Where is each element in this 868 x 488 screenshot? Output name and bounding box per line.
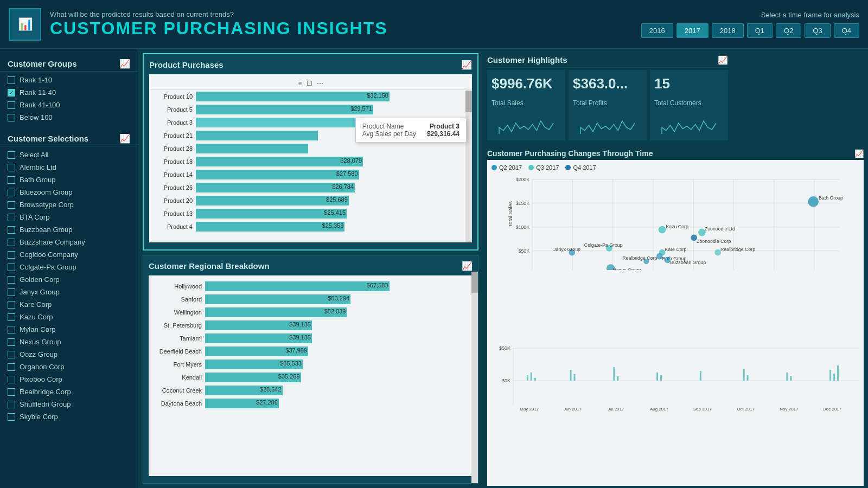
selection-checkbox[interactable] xyxy=(8,388,15,396)
sidebar-selection-item[interactable]: Kazu Corp xyxy=(0,311,138,323)
sidebar-selection-item[interactable]: Buzzshare Company xyxy=(0,236,138,248)
highlight-value: $996.76K xyxy=(492,75,553,92)
sidebar-selection-item[interactable]: Mylan Corp xyxy=(0,323,138,336)
selection-checkbox[interactable] xyxy=(8,201,15,209)
sidebar-selection-item[interactable]: Golden Corp xyxy=(0,273,138,286)
svg-rect-75 xyxy=(743,369,745,381)
bar-track: $25,415 xyxy=(196,209,468,219)
regional-bar-value: $53,294 xyxy=(328,295,349,301)
bar-value: $32,150 xyxy=(367,92,388,99)
svg-text:$200K: $200K xyxy=(516,177,530,182)
regional-scrollbar[interactable] xyxy=(471,275,473,476)
top-row: Product Purchases 📈 ≡ ☐ ⋯ Product 10$32,… xyxy=(138,49,868,255)
svg-point-28 xyxy=(808,196,819,207)
bar-fill: $25,359 xyxy=(196,222,344,232)
sparkline-svg xyxy=(654,113,724,135)
selection-checkbox[interactable] xyxy=(8,164,15,171)
bar-track: $27,580 xyxy=(196,170,468,179)
group-checkbox[interactable] xyxy=(8,101,15,109)
time-btn-q1[interactable]: Q1 xyxy=(747,23,773,38)
highlight-label: Total Sales xyxy=(492,99,524,107)
sidebar-selection-item[interactable]: Bluezoom Group xyxy=(0,186,138,198)
selection-label: Pixoboo Corp xyxy=(20,375,62,383)
selection-checkbox[interactable] xyxy=(8,264,15,271)
selection-checkbox[interactable] xyxy=(8,276,15,284)
group-checkbox[interactable] xyxy=(8,89,15,97)
sidebar-selection-item[interactable]: BTA Corp xyxy=(0,211,138,223)
time-btn-2016[interactable]: 2016 xyxy=(641,23,673,38)
selection-checkbox[interactable] xyxy=(8,326,15,333)
selection-checkbox[interactable] xyxy=(8,151,15,159)
selection-checkbox[interactable] xyxy=(8,214,15,221)
sidebar-selection-item[interactable]: Alembic Ltd xyxy=(0,161,138,174)
group-label: Rank 1-10 xyxy=(20,76,52,84)
logo-icon: 📊 xyxy=(9,8,41,41)
changes-icon: 📈 xyxy=(854,149,864,158)
legend-label: Q2 2017 xyxy=(499,164,522,171)
sidebar-selection-item[interactable]: Oozz Group xyxy=(0,348,138,361)
selection-checkbox[interactable] xyxy=(8,376,15,383)
highlight-label: Total Customers xyxy=(654,99,701,107)
sidebar-group-item[interactable]: Rank 1-10 xyxy=(0,74,138,86)
selection-checkbox[interactable] xyxy=(8,176,15,184)
selection-checkbox[interactable] xyxy=(8,351,15,358)
selection-label: Realbridge Corp xyxy=(20,388,71,396)
selection-checkbox[interactable] xyxy=(8,239,15,246)
bar-fill: $29,571 xyxy=(196,105,373,114)
sidebar-selection-item[interactable]: Janyx Group xyxy=(0,286,138,298)
bar-track: $26,784 xyxy=(196,183,468,192)
selection-checkbox[interactable] xyxy=(8,338,15,346)
selection-checkbox[interactable] xyxy=(8,301,15,309)
sidebar-group-item[interactable]: Rank 11-40 xyxy=(0,86,138,99)
time-btn-q2[interactable]: Q2 xyxy=(776,23,801,38)
sidebar-group-item[interactable]: Below 100 xyxy=(0,111,138,124)
header-left: 📊 What will be the predicted results bas… xyxy=(9,8,388,41)
sidebar-selection-item[interactable]: Colgate-Pa Group xyxy=(0,261,138,273)
time-btn-q3[interactable]: Q3 xyxy=(805,23,830,38)
time-btn-q4[interactable]: Q4 xyxy=(834,23,859,38)
svg-text:May 2017: May 2017 xyxy=(520,407,539,412)
svg-rect-68 xyxy=(570,370,572,381)
regional-bar-fill: $52,039 xyxy=(205,307,347,317)
time-btn-2018[interactable]: 2018 xyxy=(712,23,744,38)
bar-value: $29,571 xyxy=(350,105,372,112)
sidebar-group-item[interactable]: Rank 41-100 xyxy=(0,99,138,111)
selection-checkbox[interactable] xyxy=(8,226,15,234)
bar-value: $26,784 xyxy=(332,183,354,190)
sidebar-selection-item[interactable]: Pixoboo Corp xyxy=(0,373,138,386)
bar-row: Product 28 xyxy=(149,142,472,155)
sidebar-selection-item[interactable]: Cogidoo Company xyxy=(0,248,138,261)
selection-checkbox[interactable] xyxy=(8,313,15,321)
sidebar-selection-item[interactable]: Realbridge Corp xyxy=(0,386,138,398)
group-checkbox[interactable] xyxy=(8,76,15,84)
regional-bar-track: $52,039 xyxy=(205,307,468,317)
bar-rows: Product 10$32,150Product 5$29,571Product… xyxy=(149,90,472,233)
sidebar-selection-item[interactable]: Select All xyxy=(0,149,138,161)
group-checkbox[interactable] xyxy=(8,114,15,121)
sidebar-selection-item[interactable]: Organon Corp xyxy=(0,361,138,373)
selection-label: Nexus Group xyxy=(20,338,61,346)
header: 📊 What will be the predicted results bas… xyxy=(0,0,868,49)
selection-checkbox[interactable] xyxy=(8,288,15,296)
bar-scrollbar[interactable] xyxy=(465,91,472,242)
selection-checkbox[interactable] xyxy=(8,189,15,196)
sidebar-selection-item[interactable]: Bath Group xyxy=(0,174,138,186)
sidebar-selection-item[interactable]: Nexus Group xyxy=(0,336,138,348)
time-btn-2017[interactable]: 2017 xyxy=(676,23,709,38)
sidebar-selection-item[interactable]: Skyble Corp xyxy=(0,410,138,423)
bar-label: Product 26 xyxy=(154,184,193,191)
highlights-title: Customer Highlights 📈 xyxy=(487,53,728,68)
sidebar-selection-item[interactable]: Browsetype Corp xyxy=(0,198,138,211)
svg-text:Sep 2017: Sep 2017 xyxy=(693,407,712,412)
selection-label: Browsetype Corp xyxy=(20,201,74,209)
svg-text:Zoonoodle Ltd: Zoonoodle Ltd xyxy=(705,226,735,232)
selection-checkbox[interactable] xyxy=(8,413,15,421)
sidebar-selection-item[interactable]: Kare Corp xyxy=(0,298,138,311)
selection-checkbox[interactable] xyxy=(8,251,15,259)
selection-checkbox[interactable] xyxy=(8,401,15,408)
sidebar-selection-item[interactable]: Shuffledri Group xyxy=(0,398,138,410)
selection-checkbox[interactable] xyxy=(8,363,15,371)
regional-panel: Customer Regional Breakdown 📈 Hollywood$… xyxy=(143,255,478,484)
bar-track: $28,079 xyxy=(196,157,468,166)
sidebar-selection-item[interactable]: Buzzbean Group xyxy=(0,223,138,236)
